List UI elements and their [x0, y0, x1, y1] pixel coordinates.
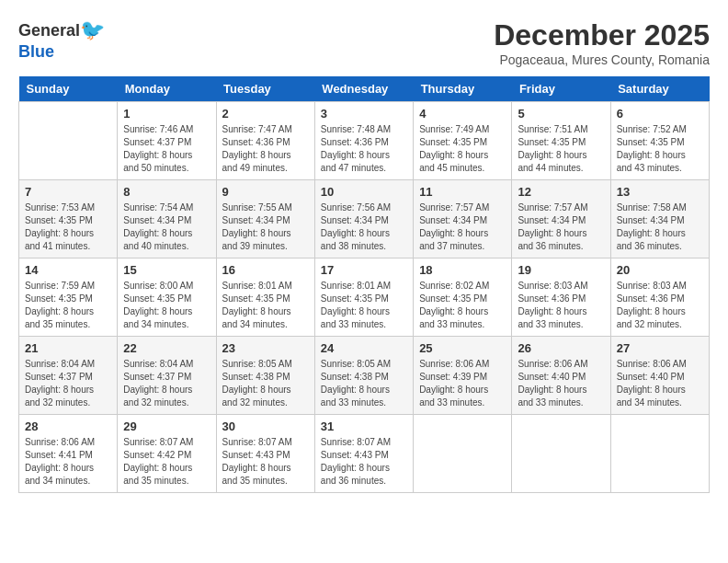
- day-number: 26: [518, 341, 604, 355]
- day-number: 13: [617, 185, 703, 199]
- day-number: 10: [321, 185, 407, 199]
- day-of-week-header: Saturday: [610, 76, 709, 102]
- calendar-cell: 1Sunrise: 7:46 AM Sunset: 4:37 PM Daylig…: [118, 102, 216, 180]
- day-number: 21: [25, 341, 111, 355]
- calendar-cell: [512, 415, 610, 493]
- day-info: Sunrise: 8:06 AM Sunset: 4:41 PM Dayligh…: [25, 436, 111, 488]
- day-info: Sunrise: 8:07 AM Sunset: 4:43 PM Dayligh…: [222, 436, 309, 488]
- calendar-cell: [414, 415, 512, 493]
- logo: General 🐦 Blue: [18, 18, 105, 62]
- calendar-cell: 5Sunrise: 7:51 AM Sunset: 4:35 PM Daylig…: [512, 102, 610, 180]
- day-number: 17: [321, 263, 407, 277]
- calendar-cell: 8Sunrise: 7:54 AM Sunset: 4:34 PM Daylig…: [118, 180, 216, 259]
- calendar-cell: 9Sunrise: 7:55 AM Sunset: 4:34 PM Daylig…: [216, 180, 314, 259]
- day-number: 11: [419, 185, 506, 199]
- day-number: 24: [321, 341, 407, 355]
- day-number: 4: [419, 107, 506, 121]
- day-of-week-header: Friday: [512, 76, 610, 102]
- day-number: 12: [518, 185, 604, 199]
- calendar-body: 1Sunrise: 7:46 AM Sunset: 4:37 PM Daylig…: [19, 102, 710, 493]
- calendar-cell: 23Sunrise: 8:05 AM Sunset: 4:38 PM Dayli…: [216, 337, 314, 415]
- page-header: General 🐦 Blue December 2025 Pogaceaua, …: [18, 18, 710, 67]
- day-number: 15: [123, 263, 210, 277]
- calendar-cell: 10Sunrise: 7:56 AM Sunset: 4:34 PM Dayli…: [314, 180, 413, 259]
- calendar-cell: 13Sunrise: 7:58 AM Sunset: 4:34 PM Dayli…: [610, 180, 709, 259]
- day-number: 25: [419, 341, 506, 355]
- day-number: 6: [617, 107, 703, 121]
- day-number: 23: [222, 341, 309, 355]
- day-number: 2: [222, 107, 309, 121]
- day-number: 30: [222, 419, 309, 433]
- calendar-table: SundayMondayTuesdayWednesdayThursdayFrid…: [18, 76, 710, 493]
- day-info: Sunrise: 8:05 AM Sunset: 4:38 PM Dayligh…: [222, 358, 309, 409]
- day-info: Sunrise: 8:01 AM Sunset: 4:35 PM Dayligh…: [321, 280, 407, 331]
- calendar-cell: 26Sunrise: 8:06 AM Sunset: 4:40 PM Dayli…: [512, 337, 610, 415]
- title-block: December 2025 Pogaceaua, Mures County, R…: [494, 18, 710, 67]
- calendar-week-row: 21Sunrise: 8:04 AM Sunset: 4:37 PM Dayli…: [19, 337, 710, 415]
- calendar-header-row: SundayMondayTuesdayWednesdayThursdayFrid…: [19, 76, 710, 102]
- day-info: Sunrise: 7:52 AM Sunset: 4:35 PM Dayligh…: [617, 123, 703, 175]
- day-info: Sunrise: 7:54 AM Sunset: 4:34 PM Dayligh…: [123, 201, 210, 253]
- day-number: 18: [419, 263, 506, 277]
- day-info: Sunrise: 7:57 AM Sunset: 4:34 PM Dayligh…: [518, 201, 604, 253]
- day-number: 3: [321, 107, 407, 121]
- calendar-cell: 2Sunrise: 7:47 AM Sunset: 4:36 PM Daylig…: [216, 102, 314, 180]
- day-of-week-header: Wednesday: [314, 76, 413, 102]
- day-info: Sunrise: 8:06 AM Sunset: 4:39 PM Dayligh…: [419, 358, 506, 409]
- day-info: Sunrise: 8:00 AM Sunset: 4:35 PM Dayligh…: [123, 280, 210, 331]
- day-info: Sunrise: 8:04 AM Sunset: 4:37 PM Dayligh…: [25, 358, 111, 409]
- day-of-week-header: Sunday: [19, 76, 118, 102]
- day-number: 19: [518, 263, 604, 277]
- calendar-cell: 3Sunrise: 7:48 AM Sunset: 4:36 PM Daylig…: [314, 102, 413, 180]
- day-info: Sunrise: 8:03 AM Sunset: 4:36 PM Dayligh…: [518, 280, 604, 331]
- day-number: 14: [25, 263, 111, 277]
- calendar-cell: 22Sunrise: 8:04 AM Sunset: 4:37 PM Dayli…: [118, 337, 216, 415]
- day-number: 7: [25, 185, 111, 199]
- day-info: Sunrise: 7:47 AM Sunset: 4:36 PM Dayligh…: [222, 123, 309, 175]
- calendar-cell: 14Sunrise: 7:59 AM Sunset: 4:35 PM Dayli…: [19, 259, 118, 337]
- day-info: Sunrise: 8:04 AM Sunset: 4:37 PM Dayligh…: [123, 358, 210, 409]
- calendar-cell: 11Sunrise: 7:57 AM Sunset: 4:34 PM Dayli…: [414, 180, 512, 259]
- day-info: Sunrise: 8:02 AM Sunset: 4:35 PM Dayligh…: [419, 280, 506, 331]
- calendar-week-row: 7Sunrise: 7:53 AM Sunset: 4:35 PM Daylig…: [19, 180, 710, 259]
- day-number: 28: [25, 419, 111, 433]
- calendar-cell: [19, 102, 118, 180]
- calendar-cell: 18Sunrise: 8:02 AM Sunset: 4:35 PM Dayli…: [414, 259, 512, 337]
- logo-general: General: [18, 21, 80, 40]
- day-number: 20: [617, 263, 703, 277]
- calendar-cell: 25Sunrise: 8:06 AM Sunset: 4:39 PM Dayli…: [414, 337, 512, 415]
- calendar-cell: 28Sunrise: 8:06 AM Sunset: 4:41 PM Dayli…: [19, 415, 118, 493]
- day-info: Sunrise: 7:55 AM Sunset: 4:34 PM Dayligh…: [222, 201, 309, 253]
- calendar-cell: 17Sunrise: 8:01 AM Sunset: 4:35 PM Dayli…: [314, 259, 413, 337]
- day-info: Sunrise: 7:48 AM Sunset: 4:36 PM Dayligh…: [321, 123, 407, 175]
- day-info: Sunrise: 7:49 AM Sunset: 4:35 PM Dayligh…: [419, 123, 506, 175]
- calendar-cell: 30Sunrise: 8:07 AM Sunset: 4:43 PM Dayli…: [216, 415, 314, 493]
- day-info: Sunrise: 7:56 AM Sunset: 4:34 PM Dayligh…: [321, 201, 407, 253]
- calendar-cell: 6Sunrise: 7:52 AM Sunset: 4:35 PM Daylig…: [610, 102, 709, 180]
- calendar-cell: 16Sunrise: 8:01 AM Sunset: 4:35 PM Dayli…: [216, 259, 314, 337]
- calendar-cell: [610, 415, 709, 493]
- location-subtitle: Pogaceaua, Mures County, Romania: [494, 52, 710, 67]
- calendar-week-row: 1Sunrise: 7:46 AM Sunset: 4:37 PM Daylig…: [19, 102, 710, 180]
- day-number: 29: [123, 419, 210, 433]
- day-info: Sunrise: 8:06 AM Sunset: 4:40 PM Dayligh…: [518, 358, 604, 409]
- day-number: 31: [321, 419, 407, 433]
- calendar-cell: 29Sunrise: 8:07 AM Sunset: 4:42 PM Dayli…: [118, 415, 216, 493]
- day-number: 27: [617, 341, 703, 355]
- calendar-week-row: 14Sunrise: 7:59 AM Sunset: 4:35 PM Dayli…: [19, 259, 710, 337]
- day-info: Sunrise: 8:01 AM Sunset: 4:35 PM Dayligh…: [222, 280, 309, 331]
- day-of-week-header: Tuesday: [216, 76, 314, 102]
- day-info: Sunrise: 7:58 AM Sunset: 4:34 PM Dayligh…: [617, 201, 703, 253]
- calendar-cell: 21Sunrise: 8:04 AM Sunset: 4:37 PM Dayli…: [19, 337, 118, 415]
- day-number: 9: [222, 185, 309, 199]
- day-info: Sunrise: 8:05 AM Sunset: 4:38 PM Dayligh…: [321, 358, 407, 409]
- day-info: Sunrise: 7:53 AM Sunset: 4:35 PM Dayligh…: [25, 201, 111, 253]
- day-number: 1: [123, 107, 210, 121]
- day-info: Sunrise: 7:51 AM Sunset: 4:35 PM Dayligh…: [518, 123, 604, 175]
- day-number: 8: [123, 185, 210, 199]
- calendar-cell: 19Sunrise: 8:03 AM Sunset: 4:36 PM Dayli…: [512, 259, 610, 337]
- calendar-cell: 7Sunrise: 7:53 AM Sunset: 4:35 PM Daylig…: [19, 180, 118, 259]
- month-year-title: December 2025: [494, 18, 710, 52]
- day-info: Sunrise: 7:59 AM Sunset: 4:35 PM Dayligh…: [25, 280, 111, 331]
- day-info: Sunrise: 8:06 AM Sunset: 4:40 PM Dayligh…: [617, 358, 703, 409]
